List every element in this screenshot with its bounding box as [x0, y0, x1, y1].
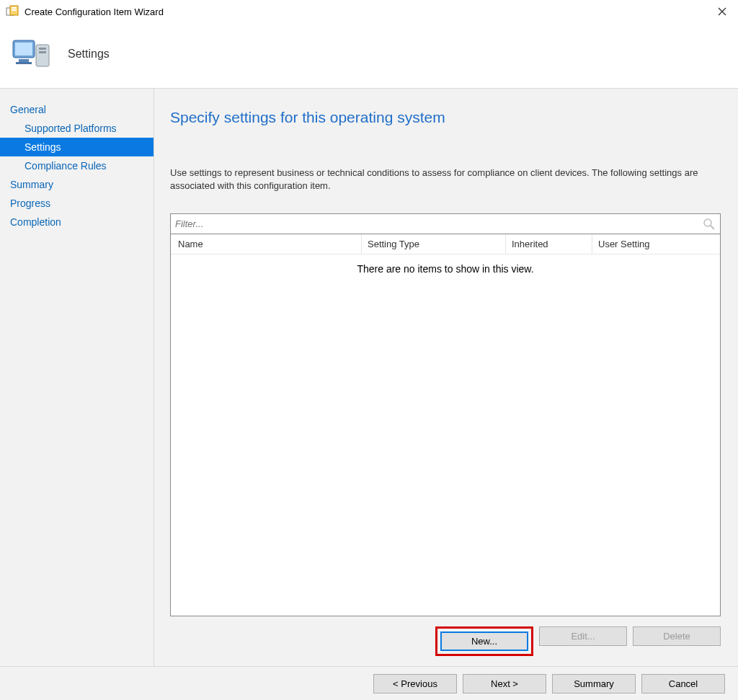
highlight-annotation: New... — [435, 626, 533, 656]
sidebar-item-completion[interactable]: Completion — [0, 213, 154, 231]
sidebar-item-settings[interactable]: Settings — [0, 138, 154, 156]
search-icon[interactable] — [703, 218, 716, 231]
edit-button: Edit... — [539, 626, 627, 646]
summary-button[interactable]: Summary — [552, 674, 636, 694]
computer-icon — [12, 36, 52, 72]
next-button[interactable]: Next > — [463, 674, 546, 694]
svg-line-12 — [711, 226, 714, 229]
window-title: Create Configuration Item Wizard — [25, 6, 164, 17]
content: General Supported Platforms Settings Com… — [0, 89, 738, 666]
svg-rect-6 — [19, 59, 29, 62]
svg-rect-3 — [12, 9, 17, 11]
svg-point-11 — [704, 219, 711, 226]
column-inherited[interactable]: Inherited — [506, 234, 592, 254]
app-icon — [6, 5, 19, 18]
column-user-setting[interactable]: User Setting — [592, 234, 720, 254]
settings-list: Name Setting Type Inherited User Setting… — [170, 234, 721, 616]
sidebar-item-progress[interactable]: Progress — [0, 194, 154, 213]
list-headers: Name Setting Type Inherited User Setting — [171, 234, 720, 254]
main-heading: Specify settings for this operating syst… — [170, 109, 721, 126]
cancel-button[interactable]: Cancel — [641, 674, 725, 694]
wizard-footer: < Previous Next > Summary Cancel — [0, 666, 738, 700]
column-setting-type[interactable]: Setting Type — [362, 234, 506, 254]
description-text: Use settings to represent business or te… — [170, 167, 721, 192]
delete-button: Delete — [633, 626, 721, 646]
header: Settings — [0, 23, 738, 89]
close-button[interactable] — [712, 1, 732, 22]
previous-button[interactable]: < Previous — [373, 674, 457, 694]
sidebar: General Supported Platforms Settings Com… — [0, 89, 154, 666]
new-button[interactable]: New... — [440, 632, 528, 651]
filter-input[interactable] — [175, 218, 703, 229]
sidebar-item-general[interactable]: General — [0, 100, 154, 119]
action-row: New... Edit... Delete — [170, 626, 721, 656]
titlebar: Create Configuration Item Wizard — [0, 0, 738, 23]
empty-message: There are no items to show in this view. — [171, 254, 720, 275]
sidebar-item-compliance-rules[interactable]: Compliance Rules — [0, 156, 154, 175]
svg-rect-10 — [39, 51, 46, 53]
svg-rect-2 — [12, 7, 17, 9]
column-name[interactable]: Name — [171, 234, 362, 254]
main-panel: Specify settings for this operating syst… — [154, 89, 738, 666]
svg-rect-9 — [39, 48, 46, 50]
svg-rect-7 — [16, 62, 32, 64]
sidebar-item-summary[interactable]: Summary — [0, 175, 154, 194]
sidebar-item-supported-platforms[interactable]: Supported Platforms — [0, 119, 154, 138]
page-title: Settings — [68, 48, 110, 61]
svg-rect-5 — [15, 43, 32, 56]
filter-box — [170, 213, 721, 234]
